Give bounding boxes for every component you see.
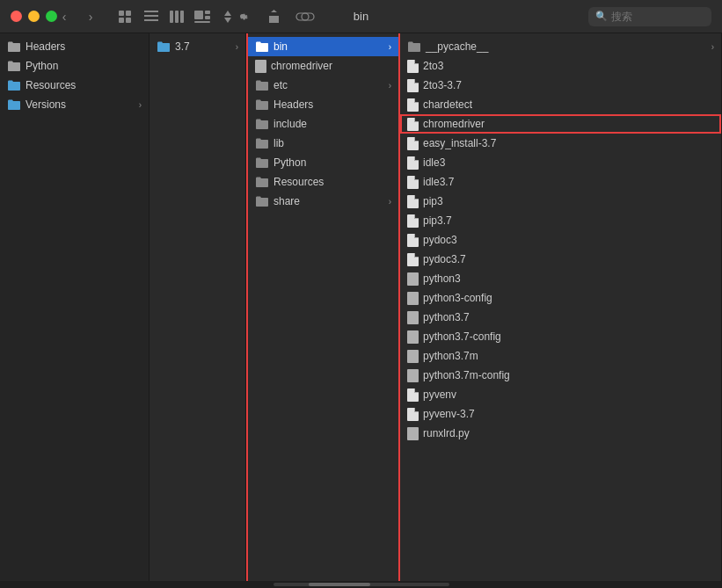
item-label: __pycache__ (426, 40, 711, 53)
list-item[interactable]: idle3 (400, 153, 721, 172)
share-button[interactable] (260, 7, 287, 26)
item-label: etc (273, 79, 389, 91)
list-item[interactable]: Resources (248, 172, 398, 192)
file-icon (407, 60, 419, 73)
scrollbar-thumb[interactable] (309, 583, 370, 586)
finder-content: Headers Python Resources Versions › (0, 33, 722, 588)
item-label: share (273, 195, 389, 207)
file-icon (407, 176, 419, 189)
item-label: runxlrd.py (423, 427, 714, 439)
svg-rect-5 (144, 15, 158, 17)
file-icon (255, 60, 266, 73)
horizontal-scrollbar[interactable] (273, 583, 449, 586)
chevron-icon: › (389, 81, 391, 91)
back-button[interactable]: ‹ (53, 8, 76, 25)
item-label: python3.7 (423, 311, 714, 323)
list-item[interactable]: pydoc3 (400, 230, 721, 250)
item-label: Headers (273, 98, 391, 111)
list-item[interactable]: share › (248, 192, 398, 211)
item-label: pyvenv (423, 388, 714, 401)
svg-rect-2 (119, 18, 124, 23)
list-item[interactable]: pyvenv (400, 385, 721, 404)
list-item[interactable]: pip3 (400, 192, 721, 211)
list-item[interactable]: python3 (400, 269, 721, 288)
list-item[interactable]: lib (248, 134, 398, 153)
search-input[interactable] (611, 11, 704, 23)
chevron-icon: › (711, 42, 714, 52)
file-icon (407, 156, 419, 170)
file-icon (407, 195, 419, 208)
list-item[interactable]: pyvenv-3.7 (400, 404, 721, 424)
column-view-button[interactable] (165, 8, 188, 25)
file-icon (407, 253, 419, 266)
list-item[interactable]: Headers (0, 37, 149, 56)
window-title: bin (354, 10, 368, 23)
list-item[interactable]: 2to3 (400, 56, 721, 76)
chromedriver-item[interactable]: chromedriver (400, 114, 721, 134)
list-item[interactable]: easy_install-3.7 (400, 134, 721, 153)
item-label: pydoc3 (423, 234, 714, 246)
list-item[interactable]: pydoc3.7 (400, 250, 721, 269)
search-icon: 🔍 (595, 11, 608, 22)
search-bar[interactable]: 🔍 (588, 7, 711, 26)
list-item[interactable]: python3.7-config (400, 327, 721, 346)
item-label: bin (273, 40, 389, 53)
file-icon (407, 292, 419, 305)
list-item[interactable]: python3.7 (400, 308, 721, 327)
list-item[interactable]: include (248, 114, 398, 134)
column-1: Headers Python Resources Versions › (0, 33, 150, 588)
gear-button[interactable] (229, 7, 255, 26)
file-icon (407, 272, 419, 286)
list-item[interactable]: 3.7 › (150, 37, 245, 56)
folder-icon (7, 79, 21, 91)
list-item[interactable]: Versions › (0, 95, 149, 114)
action-buttons (229, 7, 318, 26)
item-label: idle3 (423, 156, 714, 169)
gallery-view-button[interactable] (191, 8, 214, 25)
list-item[interactable]: Python (0, 56, 149, 76)
list-item[interactable]: idle3.7 (400, 172, 721, 192)
list-item[interactable]: python3-config (400, 288, 721, 308)
list-item[interactable]: bin › (248, 37, 398, 56)
folder-icon (255, 40, 269, 53)
file-icon (407, 214, 419, 228)
list-item[interactable]: Python (248, 153, 398, 172)
svg-rect-4 (144, 11, 158, 12)
list-item[interactable]: 2to3-3.7 (400, 76, 721, 95)
item-label: python3.7-config (423, 330, 714, 343)
svg-rect-10 (194, 11, 203, 19)
item-label: pip3.7 (423, 214, 714, 227)
list-item[interactable]: Resources (0, 76, 149, 95)
list-item[interactable]: Headers (248, 95, 398, 114)
file-icon (407, 330, 419, 344)
svg-rect-7 (170, 11, 173, 23)
list-view-button[interactable] (140, 8, 163, 25)
tags-button[interactable] (292, 7, 318, 26)
file-icon (407, 311, 419, 324)
chevron-icon: › (139, 100, 142, 110)
list-item[interactable]: python3.7m-config (400, 366, 721, 385)
forward-button[interactable]: › (79, 8, 102, 25)
svg-rect-12 (205, 16, 210, 19)
list-item[interactable]: etc › (248, 76, 398, 95)
folder-icon (7, 98, 21, 111)
list-item[interactable]: chromedriver (248, 56, 398, 76)
list-item[interactable]: chardetect (400, 95, 721, 114)
nav-buttons: ‹ › (53, 8, 102, 25)
item-label: pyvenv-3.7 (423, 408, 714, 420)
folder-icon (407, 40, 421, 53)
chevron-icon: › (389, 42, 391, 52)
icon-view-button[interactable] (114, 8, 137, 25)
close-button[interactable] (11, 11, 22, 22)
traffic-lights (11, 11, 57, 22)
list-item[interactable]: pip3.7 (400, 211, 721, 230)
item-label: 3.7 (175, 40, 236, 53)
item-label: 2to3 (423, 60, 714, 72)
folder-icon (255, 137, 269, 149)
list-item[interactable]: __pycache__ › (400, 37, 721, 56)
list-item[interactable]: python3.7m (400, 346, 721, 366)
list-item[interactable]: runxlrd.py (400, 424, 721, 443)
file-icon (407, 427, 419, 440)
minimize-button[interactable] (28, 11, 40, 22)
item-label: python3 (423, 272, 714, 285)
